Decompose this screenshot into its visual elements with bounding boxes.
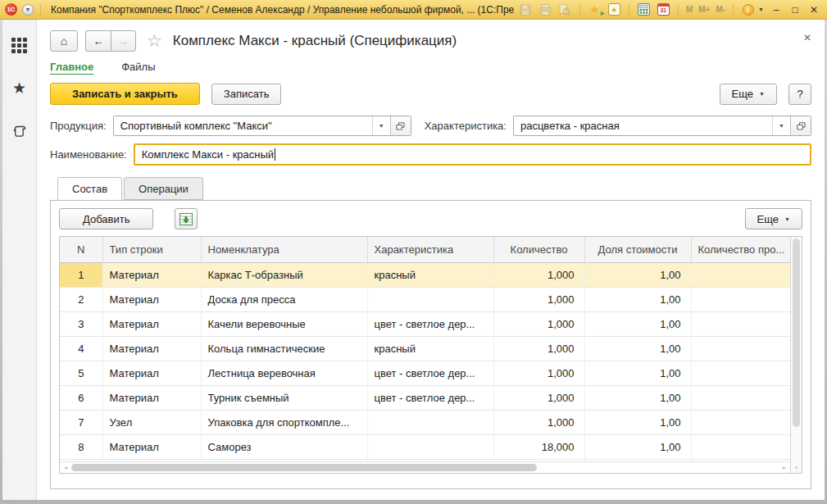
cell-item[interactable]: Кольца гимнастические	[201, 337, 367, 361]
cell-qty[interactable]: 1,000	[493, 288, 584, 312]
product-value[interactable]: Спортивный комплекс "Макси"	[114, 116, 372, 135]
pick-from-catalog-icon[interactable]	[175, 208, 198, 229]
cell-qty_prod[interactable]	[691, 288, 790, 312]
col-header-qtyprod[interactable]: Количество про...	[691, 237, 790, 263]
chevron-down-icon[interactable]: ▼	[372, 116, 390, 135]
tab-operacii[interactable]: Операции	[124, 177, 203, 200]
col-header-share[interactable]: Доля стоимости	[584, 237, 691, 263]
save-button[interactable]: Записать	[211, 84, 282, 105]
favorites-icon[interactable]: ★	[607, 3, 621, 16]
cell-qty[interactable]: 18,000	[493, 435, 584, 460]
calculator-icon[interactable]	[637, 3, 651, 16]
cell-n[interactable]: 3	[60, 312, 102, 337]
help-button[interactable]: ?	[788, 84, 811, 105]
cell-qty[interactable]: 1,000	[493, 312, 584, 337]
cell-type[interactable]: Материал	[102, 361, 201, 386]
open-item-icon[interactable]	[390, 116, 411, 135]
table-row[interactable]: 3МатериалКачели веревочныецвет - светлое…	[60, 312, 790, 337]
cell-qty[interactable]: 1,000	[493, 337, 584, 361]
cell-item[interactable]: Саморез	[201, 435, 367, 460]
cell-type[interactable]: Материал	[102, 386, 201, 411]
cell-n[interactable]: 4	[60, 337, 102, 361]
cell-n[interactable]: 1	[60, 263, 102, 288]
scroll-right-icon[interactable]: ▸	[780, 464, 788, 471]
product-combobox[interactable]: Спортивный комплекс "Макси" ▼	[113, 116, 411, 136]
table-more-button[interactable]: Еще▼	[745, 208, 802, 229]
horizontal-scroll-thumb[interactable]	[71, 464, 537, 471]
col-header-n[interactable]: N	[60, 237, 102, 263]
table-row[interactable]: 5МатериалЛестница веревочнаяцвет - светл…	[60, 361, 790, 386]
chevron-down-icon[interactable]: ▼	[772, 116, 790, 135]
cell-share[interactable]: 1,00	[584, 312, 691, 337]
more-button[interactable]: Еще▼	[720, 84, 777, 105]
minimize-button[interactable]: –	[770, 4, 783, 16]
cell-qty[interactable]: 1,000	[493, 386, 584, 411]
memory-add-button[interactable]: M+	[698, 5, 710, 14]
col-header-qty[interactable]: Количество	[493, 237, 584, 263]
cell-item[interactable]: Качели веревочные	[201, 312, 367, 337]
add-favorite-icon[interactable]: ★➤	[588, 3, 602, 16]
cell-item[interactable]: Упаковка для спорткомпле...	[201, 411, 367, 435]
table-row[interactable]: 6МатериалТурник съемныйцвет - светлое де…	[60, 386, 790, 411]
cell-qty_prod[interactable]	[691, 312, 790, 337]
close-button[interactable]: ✕	[807, 4, 820, 16]
cell-char[interactable]: цвет - светлое дер...	[367, 386, 493, 411]
col-header-item[interactable]: Номенклатура	[201, 237, 367, 263]
cell-type[interactable]: Материал	[102, 288, 201, 312]
info-icon[interactable]: i	[741, 3, 755, 16]
cell-n[interactable]: 8	[60, 435, 102, 460]
cell-share[interactable]: 1,00	[584, 435, 691, 460]
vertical-scrollbar[interactable]: ▾	[790, 237, 802, 473]
cell-type[interactable]: Материал	[102, 337, 201, 361]
cell-qty_prod[interactable]	[691, 337, 790, 361]
cell-qty[interactable]: 1,000	[493, 361, 584, 386]
table-row[interactable]: 1МатериалКаркас Т-образныйкрасный1,0001,…	[60, 263, 790, 288]
maximize-button[interactable]: □	[788, 4, 802, 16]
chevron-down-icon[interactable]: ▼	[758, 7, 764, 12]
memory-subtract-button[interactable]: M-	[716, 5, 725, 14]
cell-share[interactable]: 1,00	[584, 386, 691, 411]
nav-faily[interactable]: Файлы	[121, 61, 155, 73]
cell-item[interactable]: Каркас Т-образный	[201, 263, 367, 288]
home-button[interactable]: ⌂	[50, 30, 78, 52]
cell-qty[interactable]: 1,000	[493, 263, 584, 288]
open-item-icon[interactable]	[790, 116, 811, 135]
characteristic-combobox[interactable]: расцветка - красная ▼	[513, 116, 811, 136]
memory-recall-button[interactable]: M	[686, 5, 693, 14]
characteristic-value[interactable]: расцветка - красная	[514, 116, 772, 135]
cell-qty_prod[interactable]	[691, 411, 790, 435]
horizontal-scrollbar[interactable]: ◂ ▸	[60, 461, 790, 473]
add-row-button[interactable]: Добавить	[59, 208, 153, 229]
vertical-scroll-thumb[interactable]	[793, 238, 800, 427]
cell-item[interactable]: Турник съемный	[201, 386, 367, 411]
cell-share[interactable]: 1,00	[584, 337, 691, 361]
preview-icon[interactable]	[558, 3, 572, 16]
favorite-toggle-icon[interactable]: ☆	[147, 31, 162, 51]
cell-type[interactable]: Материал	[102, 435, 201, 460]
cell-char[interactable]: красный	[367, 337, 493, 361]
cell-share[interactable]: 1,00	[584, 263, 691, 288]
cell-type[interactable]: Материал	[102, 312, 201, 337]
sections-menu-icon[interactable]	[11, 38, 27, 53]
cell-qty_prod[interactable]	[691, 386, 790, 411]
cell-char[interactable]: цвет - светлое дер...	[367, 361, 493, 386]
cell-share[interactable]: 1,00	[584, 411, 691, 435]
cell-qty[interactable]: 1,000	[493, 411, 584, 435]
cell-char[interactable]	[367, 411, 493, 435]
cell-item[interactable]: Лестница веревочная	[201, 361, 367, 386]
scroll-down-icon[interactable]: ▾	[791, 465, 802, 471]
cell-type[interactable]: Узел	[102, 411, 201, 435]
cell-n[interactable]: 2	[60, 288, 102, 312]
cell-qty_prod[interactable]	[691, 263, 790, 288]
cell-char[interactable]: цвет - светлое дер...	[367, 312, 493, 337]
tab-sostav[interactable]: Состав	[57, 177, 122, 201]
table-row[interactable]: 7УзелУпаковка для спорткомпле...1,0001,0…	[60, 411, 790, 435]
cell-share[interactable]: 1,00	[584, 361, 691, 386]
favorites-sidebar-icon[interactable]: ★	[12, 81, 26, 96]
cell-n[interactable]: 5	[60, 361, 102, 386]
close-form-icon[interactable]: ✕	[803, 32, 811, 43]
main-menu-icon[interactable]: ▼	[22, 4, 34, 16]
forward-button[interactable]: →	[111, 30, 136, 52]
back-button[interactable]: ←	[85, 30, 111, 52]
cell-type[interactable]: Материал	[102, 263, 201, 288]
